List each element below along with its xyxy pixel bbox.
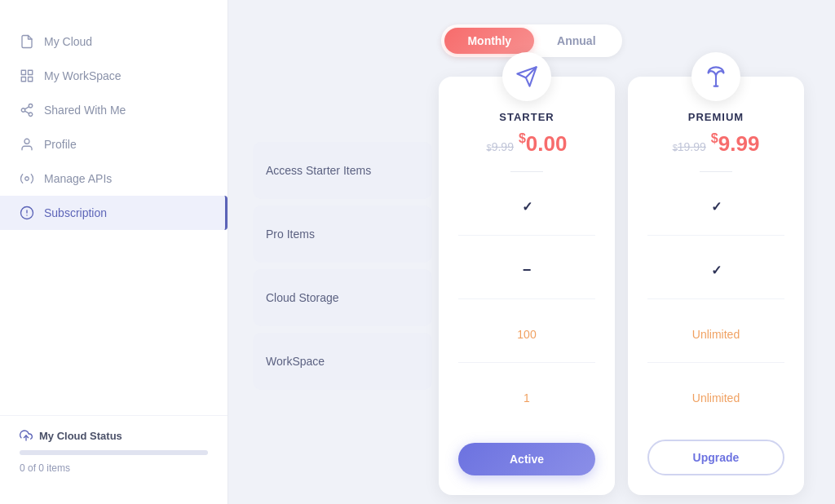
premium-value-workspace: Unlimited [647,369,784,427]
starter-value-storage: 100 [458,306,595,363]
premium-plan-card: PREMIUM $19.99 $9.99 ✓ ✓ Unlimited [628,77,804,495]
sidebar-item-label: Subscription [44,206,107,219]
feature-row-pro-items: Pro Items [253,206,432,263]
feature-label: Cloud Storage [266,291,339,304]
monthly-toggle-btn[interactable]: Monthly [444,28,534,54]
sidebar-footer: My Cloud Status 0 of 0 items [0,415,228,488]
cloud-status-icon [20,429,33,442]
workspace-value: 1 [524,391,530,405]
svg-rect-1 [29,70,33,74]
svg-rect-0 [21,70,25,74]
starter-price-row: $9.99 $0.00 [487,131,568,157]
premium-divider [700,171,732,172]
svg-line-8 [24,107,29,109]
annual-toggle-btn[interactable]: Annual [534,28,618,54]
sidebar-nav: My Cloud My WorkSpace Shared With Me [0,16,228,415]
premium-icon-wrap [691,52,740,101]
feature-row-workspace: WorkSpace [253,333,432,390]
sidebar: My Cloud My WorkSpace Shared With Me [0,0,228,504]
premium-value-storage: Unlimited [647,306,784,363]
feature-row-cloud-storage: Cloud Storage [253,269,432,326]
sidebar-item-shared-with-me[interactable]: Shared With Me [0,93,228,127]
main-content: Monthly Annual Access Starter Items Pro … [228,0,835,504]
starter-old-price: $9.99 [487,140,514,153]
premium-new-price: $9.99 [711,131,760,157]
features-column: Access Starter Items Pro Items Cloud Sto… [253,77,432,495]
feature-row-access-starter: Access Starter Items [253,142,432,199]
subscription-icon [20,206,34,220]
starter-value-pro: − [458,242,595,299]
paper-plane-icon [515,65,538,88]
sidebar-item-manage-apis[interactable]: Manage APIs [0,161,228,196]
premium-value-pro: ✓ [647,242,784,299]
premium-price-row: $19.99 $9.99 [673,131,760,157]
svg-rect-3 [29,77,33,82]
sidebar-item-label: Profile [44,138,77,151]
progress-bar-bg [20,450,208,455]
starter-new-price: $0.00 [519,131,568,157]
check-icon: ✓ [711,263,722,278]
check-icon: ✓ [522,199,532,214]
pricing-layout: Access Starter Items Pro Items Cloud Sto… [253,77,811,495]
cloud-status-title: My Cloud Status [20,429,208,442]
profile-icon [20,137,34,152]
sidebar-item-my-workspace[interactable]: My WorkSpace [0,59,228,93]
sidebar-item-profile[interactable]: Profile [0,127,228,161]
sidebar-item-label: Manage APIs [44,172,112,185]
starter-plan-card: STARTER $9.99 $0.00 ✓ − 100 [439,77,615,495]
storage-unlimited: Unlimited [692,328,740,341]
premium-upgrade-button[interactable]: Upgrade [647,440,784,475]
premium-value-access: ✓ [647,179,784,236]
sidebar-item-label: My Cloud [44,35,92,48]
svg-point-10 [25,177,29,181]
sidebar-item-label: My WorkSpace [44,69,121,82]
feature-label: WorkSpace [266,355,325,368]
starter-active-button[interactable]: Active [458,443,595,475]
cloud-icon [20,34,34,49]
check-icon: ✓ [711,199,722,214]
sidebar-item-subscription[interactable]: Subscription [0,196,228,230]
sidebar-item-my-cloud[interactable]: My Cloud [0,24,228,59]
starter-plan-name: STARTER [499,111,554,123]
workspace-unlimited: Unlimited [692,391,740,405]
workspace-icon [20,69,34,83]
sidebar-item-label: Shared With Me [44,104,126,117]
storage-value: 100 [517,328,536,341]
cloud-status-label: My Cloud Status [39,430,122,442]
starter-divider [510,171,543,172]
starter-value-access: ✓ [458,179,595,236]
dash-icon: − [523,262,532,279]
parachute-icon [705,65,727,88]
svg-rect-2 [21,77,25,82]
starter-icon-wrap [502,52,551,101]
feature-label: Pro Items [266,228,315,241]
premium-values: ✓ ✓ Unlimited Unlimited [647,179,784,433]
premium-plan-name: PREMIUM [688,111,744,123]
svg-point-9 [24,139,29,144]
feature-label: Access Starter Items [266,164,371,177]
share-icon [20,103,34,117]
starter-value-workspace: 1 [458,369,595,427]
cloud-status-count: 0 of 0 items [20,462,70,474]
svg-line-7 [24,111,29,113]
starter-values: ✓ − 100 1 [458,179,595,436]
premium-old-price: $19.99 [673,140,706,153]
api-icon [20,171,34,186]
